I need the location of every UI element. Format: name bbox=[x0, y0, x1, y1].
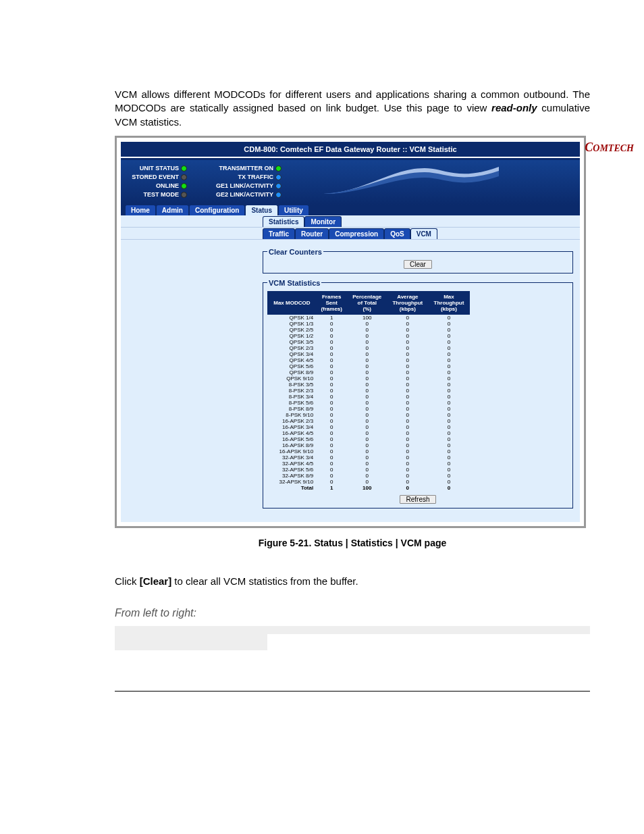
footer-rule bbox=[115, 691, 590, 692]
led-dot-icon bbox=[181, 174, 187, 180]
column-header: MaxThroughput(kbps) bbox=[428, 291, 469, 314]
intro-paragraph: VCM allows different MODCODs for differe… bbox=[115, 88, 590, 129]
led-dot-icon bbox=[181, 192, 187, 198]
brand-logo: CCOMTECHOMTECH bbox=[585, 140, 634, 155]
table-row: 16-APSK 4/50000 bbox=[268, 430, 470, 436]
table-row: 16-APSK 5/60000 bbox=[268, 436, 470, 442]
main-tabs: HomeAdminConfigurationStatusUtility bbox=[121, 205, 580, 215]
figure-caption: Figure 5-21. Status | Statistics | VCM p… bbox=[115, 538, 590, 548]
refresh-button[interactable]: Refresh bbox=[400, 495, 435, 504]
table-row: 16-APSK 9/100000 bbox=[268, 448, 470, 454]
table-row: QPSK 4/50000 bbox=[268, 357, 470, 363]
status-led: TEST MODE bbox=[126, 190, 187, 199]
vcm-table: Max MODCODFramesSent(frames)Percentageof… bbox=[267, 291, 470, 491]
table-row: 8-PSK 5/60000 bbox=[268, 400, 470, 406]
led-dot-icon bbox=[275, 183, 281, 189]
clear-counters-desc: Click [Clear] to clear all VCM statistic… bbox=[115, 575, 590, 587]
table-row bbox=[115, 642, 590, 650]
tab-utility[interactable]: Utility bbox=[278, 205, 309, 215]
column-header: FramesSent(frames) bbox=[316, 291, 347, 314]
clear-counters-fieldset: Clear Counters Clear bbox=[263, 248, 573, 273]
sub-tabs: StatisticsMonitor bbox=[121, 215, 580, 228]
vcm-statistics-legend: VCM Statistics bbox=[267, 279, 321, 287]
table-row: QPSK 2/30000 bbox=[268, 345, 470, 351]
table-row: QPSK 3/50000 bbox=[268, 339, 470, 345]
status-led: UNIT STATUS bbox=[126, 164, 187, 173]
table-row: 32-APSK 4/50000 bbox=[268, 461, 470, 467]
status-led: GE1 LINK/ACTIVITY bbox=[200, 182, 281, 190]
led-dot-icon bbox=[275, 192, 281, 198]
led-dot-icon bbox=[275, 165, 281, 172]
status-led: TX TRAFFIC bbox=[200, 173, 281, 182]
tab-vcm[interactable]: VCM bbox=[410, 228, 437, 239]
swoosh-graphic bbox=[323, 167, 499, 194]
tab-router[interactable]: Router bbox=[295, 228, 329, 239]
tab-monitor[interactable]: Monitor bbox=[304, 216, 342, 227]
tab-compression[interactable]: Compression bbox=[329, 228, 384, 239]
table-row: 16-APSK 3/40000 bbox=[268, 424, 470, 430]
tab-traffic[interactable]: Traffic bbox=[263, 228, 295, 239]
from-left-to-right: From left to right: bbox=[115, 607, 590, 619]
table-row: QPSK 9/100000 bbox=[268, 375, 470, 382]
tab-configuration[interactable]: Configuration bbox=[189, 205, 246, 215]
table-row bbox=[115, 626, 590, 634]
content-area: Clear Counters Clear VCM Statistics Max … bbox=[121, 240, 580, 522]
column-header: Max MODCOD bbox=[268, 291, 317, 314]
status-led: TRANSMITTER ON bbox=[200, 164, 281, 173]
status-led: STORED EVENT bbox=[126, 173, 187, 182]
window-title: CDM-800: Comtech EF Data Gateway Router … bbox=[121, 142, 580, 157]
table-row: 32-APSK 9/100000 bbox=[268, 479, 470, 485]
table-row: QPSK 1/20000 bbox=[268, 333, 470, 339]
table-row: QPSK 8/90000 bbox=[268, 369, 470, 375]
table-row: 8-PSK 8/90000 bbox=[268, 406, 470, 412]
tab-qos[interactable]: QoS bbox=[384, 228, 410, 239]
table-row: QPSK 1/4110000 bbox=[268, 314, 470, 321]
table-row: QPSK 1/30000 bbox=[268, 321, 470, 327]
intro-readonly: read-only bbox=[491, 102, 537, 113]
table-row: 32-APSK 3/40000 bbox=[268, 454, 470, 461]
definitions-table bbox=[115, 626, 590, 650]
table-row: 32-APSK 8/90000 bbox=[268, 473, 470, 479]
screenshot-container: CDM-800: Comtech EF Data Gateway Router … bbox=[115, 136, 586, 528]
column-header: Percentageof Total(%) bbox=[347, 291, 387, 314]
table-row: QPSK 2/50000 bbox=[268, 327, 470, 333]
table-row-total: Total110000 bbox=[268, 485, 470, 491]
clear-counters-legend: Clear Counters bbox=[267, 248, 323, 256]
table-row: 16-APSK 2/30000 bbox=[268, 418, 470, 424]
table-row: 8-PSK 3/50000 bbox=[268, 382, 470, 388]
table-row: 8-PSK 9/100000 bbox=[268, 412, 470, 418]
tab-home[interactable]: Home bbox=[125, 205, 156, 215]
led-dot-icon bbox=[181, 183, 187, 189]
table-row: 16-APSK 8/90000 bbox=[268, 442, 470, 448]
column-header: AverageThroughput(kbps) bbox=[387, 291, 428, 314]
table-row: 8-PSK 2/30000 bbox=[268, 388, 470, 394]
table-row bbox=[115, 634, 590, 642]
table-row: QPSK 3/40000 bbox=[268, 351, 470, 357]
led-dot-icon bbox=[181, 165, 187, 172]
table-row: QPSK 5/60000 bbox=[268, 363, 470, 369]
led-dot-icon bbox=[275, 174, 281, 180]
vcm-statistics-fieldset: VCM Statistics Max MODCODFramesSent(fram… bbox=[263, 279, 573, 509]
status-header: UNIT STATUS STORED EVENT ONLINE TEST MOD… bbox=[121, 159, 580, 205]
table-row: 8-PSK 3/40000 bbox=[268, 394, 470, 400]
tab-statistics[interactable]: Statistics bbox=[263, 216, 304, 227]
status-led: ONLINE bbox=[126, 182, 187, 190]
table-row: 32-APSK 5/60000 bbox=[268, 467, 470, 473]
sub-tabs-2: TrafficRouterCompressionQoSVCM bbox=[121, 228, 580, 240]
tab-status[interactable]: Status bbox=[245, 205, 278, 215]
status-led: GE2 LINK/ACTIVITY bbox=[200, 190, 281, 199]
clear-button[interactable]: Clear bbox=[404, 260, 432, 269]
tab-admin[interactable]: Admin bbox=[156, 205, 189, 215]
